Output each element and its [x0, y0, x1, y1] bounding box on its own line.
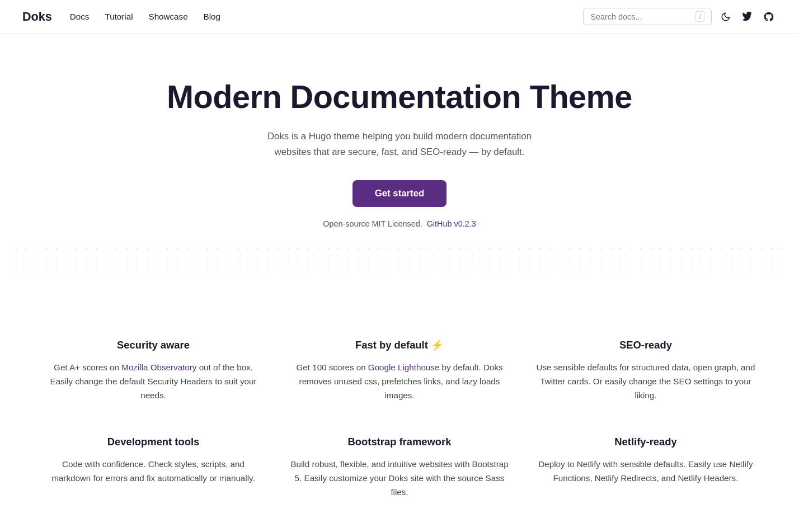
hero-license: Open-source MIT Licensed. GitHub v0.2.3	[11, 219, 788, 228]
feature-fast: Fast by default ⚡ Get 100 scores on Goog…	[288, 339, 511, 402]
nav-link-tutorial[interactable]: Tutorial	[105, 12, 133, 21]
twitter-icon	[742, 12, 752, 22]
navbar: Doks Docs Tutorial Showcase Blog /	[0, 0, 799, 34]
search-input[interactable]	[590, 12, 691, 21]
feature-netlify-title: Netlify-ready	[534, 436, 758, 448]
mozilla-observatory-link[interactable]: Mozilla Observatory	[121, 362, 196, 372]
nav-link-blog[interactable]: Blog	[204, 12, 220, 21]
feature-seo-title: SEO-ready	[534, 339, 758, 351]
feature-fast-title: Fast by default ⚡	[288, 339, 511, 351]
feature-fast-desc: Get 100 scores on Google Lighthouse by d…	[288, 360, 511, 402]
dot-pattern-decoration	[11, 244, 788, 277]
feature-security-title: Security aware	[41, 339, 265, 351]
github-link[interactable]	[761, 9, 777, 25]
nav-link-docs[interactable]: Docs	[70, 12, 90, 21]
nav-links: Docs Tutorial Showcase Blog	[70, 12, 220, 22]
dark-mode-toggle[interactable]	[718, 10, 733, 24]
nav-logo[interactable]: Doks	[22, 10, 52, 24]
hero-section: Modern Documentation Theme Doks is a Hug…	[0, 34, 799, 300]
feature-devtools: Development tools Code with confidence. …	[41, 436, 265, 499]
feature-bootstrap-desc: Build robust, flexible, and intuitive we…	[288, 457, 511, 499]
nav-right: /	[583, 8, 777, 25]
feature-seo: SEO-ready Use sensible defaults for stru…	[534, 339, 758, 402]
feature-security: Security aware Get A+ scores on Mozilla …	[41, 339, 265, 402]
feature-devtools-desc: Code with confidence. Check styles, scri…	[41, 457, 265, 485]
feature-bootstrap: Bootstrap framework Build robust, flexib…	[288, 436, 511, 499]
github-version-link[interactable]: GitHub v0.2.3	[427, 219, 476, 228]
search-slash-key: /	[695, 11, 704, 22]
get-started-button[interactable]: Get started	[352, 180, 447, 207]
feature-bootstrap-title: Bootstrap framework	[288, 436, 511, 448]
feature-seo-desc: Use sensible defaults for structured dat…	[534, 360, 758, 402]
feature-security-desc: Get A+ scores on Mozilla Observatory out…	[41, 360, 265, 402]
features-section: Security aware Get A+ scores on Mozilla …	[8, 300, 791, 521]
features-grid: Security aware Get A+ scores on Mozilla …	[41, 339, 758, 499]
feature-netlify-desc: Deploy to Netlify with sensible defaults…	[534, 457, 758, 485]
feature-netlify: Netlify-ready Deploy to Netlify with sen…	[534, 436, 758, 499]
twitter-link[interactable]	[740, 10, 754, 24]
github-icon	[763, 11, 774, 22]
hero-subtitle: Doks is a Hugo theme helping you build m…	[248, 129, 551, 159]
nav-link-showcase[interactable]: Showcase	[149, 12, 188, 21]
hero-title: Modern Documentation Theme	[11, 78, 788, 115]
search-box[interactable]: /	[583, 8, 712, 25]
moon-icon	[721, 12, 731, 22]
license-text: Open-source MIT Licensed.	[323, 219, 422, 228]
feature-devtools-title: Development tools	[41, 436, 265, 448]
google-lighthouse-link[interactable]: Google Lighthouse	[368, 362, 440, 372]
